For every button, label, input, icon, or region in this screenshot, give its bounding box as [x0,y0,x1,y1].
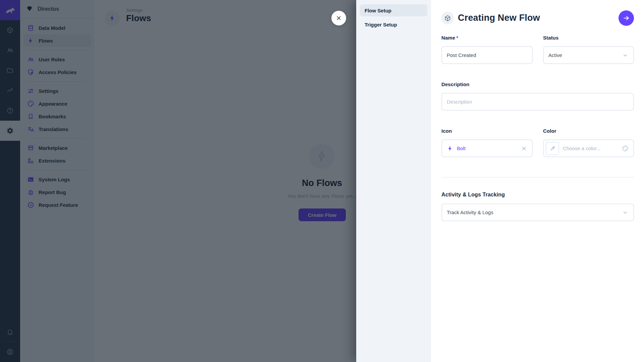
status-select[interactable]: Active [543,46,634,64]
status-field: Status Active [543,35,634,64]
tracking-field: Activity & Logs Tracking Track Activity … [441,192,634,221]
color-swatch-button[interactable] [546,142,559,155]
status-value: Active [548,52,562,58]
icon-field: Icon Bolt [441,128,533,157]
drawer-title: Creating New Flow [458,13,540,23]
name-label: Name* [441,35,533,41]
icon-value: Bolt [457,145,466,151]
status-label: Status [543,35,634,41]
icon-select[interactable]: Bolt [441,139,533,157]
creating-new-flow-drawer: Flow Setup Trigger Setup Creating New Fl… [356,0,644,362]
description-label: Description [441,81,634,87]
description-input-box [441,93,634,111]
chevron-down-icon [622,52,629,59]
name-input-box [441,46,533,64]
tab-trigger-setup[interactable]: Trigger Setup [360,18,427,31]
color-label: Color [543,128,634,134]
color-placeholder: Choose a color... [563,145,601,151]
description-input[interactable] [447,99,629,105]
tracking-value: Track Activity & Logs [447,209,493,215]
name-label-text: Name [441,35,455,41]
name-input[interactable] [447,52,527,58]
required-asterisk: * [456,35,458,41]
drawer-content: Creating New Flow Name* Status Activ [431,0,644,362]
tracking-select[interactable]: Track Activity & Logs [441,203,634,221]
bolt-icon [447,145,453,152]
description-field: Description [441,81,634,111]
icon-label: Icon [441,128,533,134]
cube-icon [444,15,451,22]
directus-app: Directus Data Model Flows User Rol [0,0,644,362]
eyedropper-icon [549,145,555,152]
close-icon [335,15,342,21]
drawer-header-icon [441,12,454,24]
save-flow-button[interactable] [619,10,634,26]
color-field: Color Choose a color... [543,128,634,157]
tracking-label: Activity & Logs Tracking [441,192,634,198]
drawer-close-button[interactable] [331,11,346,25]
arrow-right-icon [623,14,630,22]
tab-flow-setup[interactable]: Flow Setup [360,4,427,16]
section-divider [441,177,634,178]
palette-icon[interactable] [622,145,629,152]
name-field: Name* [441,35,533,64]
chevron-down-icon [622,209,629,216]
color-input-box[interactable]: Choose a color... [543,139,634,157]
clear-icon[interactable] [521,145,527,152]
drawer-dim-overlay[interactable] [0,0,356,362]
drawer-sidebar: Flow Setup Trigger Setup [356,0,431,362]
